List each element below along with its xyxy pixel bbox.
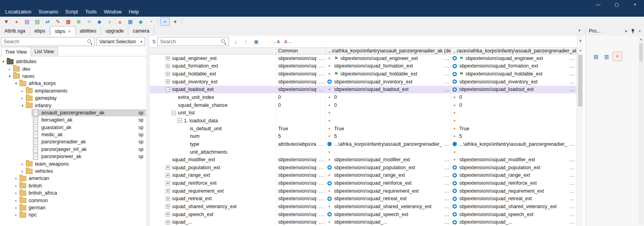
wave-tool-icon[interactable]: ≈ [160, 17, 170, 26]
close-tab-icon[interactable]: × [68, 29, 70, 34]
more-button[interactable]: ... [442, 71, 451, 77]
tree-item-guastatori-ak[interactable]: guastatori_aksp [0, 124, 146, 131]
categorized-view-icon[interactable]: ▤ [591, 52, 601, 61]
grid-search-input[interactable] [158, 39, 221, 44]
more-button[interactable]: ... [442, 204, 451, 209]
more-button[interactable]: ... [317, 157, 325, 162]
more-button[interactable]: ... [317, 204, 325, 209]
pin-icon[interactable] [630, 29, 635, 34]
tree-item-british[interactable]: ▸british [0, 182, 146, 189]
terrain-icon[interactable]: ▲ [115, 17, 125, 26]
tree-item-races[interactable]: ▾races [0, 73, 146, 80]
prev-annotation-icon[interactable]: ←A [271, 38, 281, 46]
panel-menu-icon[interactable]: ▾ [625, 29, 627, 33]
grid-row-1-loadout-data[interactable]: −1. loadout_data [150, 117, 577, 125]
more-button[interactable]: ... [567, 180, 576, 186]
tree-item-assault-panzergrenadier-ak[interactable]: assault_panzergrenadier_aksp [0, 109, 146, 116]
sync-sphere-icon[interactable]: ● [12, 17, 21, 26]
tree-item-emplacements[interactable]: ▸emplacements [0, 87, 146, 95]
expand-chevron-icon[interactable]: ▸ [20, 162, 25, 166]
grid-row-unit-list[interactable]: −unit_list [150, 109, 577, 117]
export-doc-icon[interactable]: ▤ [33, 17, 42, 26]
more-button[interactable]: ... [442, 87, 451, 92]
audio-icon[interactable]: ♪ [105, 17, 114, 26]
world-icon[interactable]: ⊕ [74, 17, 83, 26]
more-button[interactable]: ... [317, 165, 325, 170]
close-button[interactable]: × [626, 0, 644, 9]
more-button[interactable]: ... [442, 188, 451, 194]
minimize-button[interactable]: — [589, 0, 607, 9]
menu-help[interactable]: Help [125, 8, 143, 17]
expand-box-icon[interactable]: + [166, 181, 170, 185]
tree-item-npc[interactable]: ▸npc [0, 211, 146, 218]
expand-box-icon[interactable]: + [166, 212, 170, 216]
tree-item-vehicles[interactable]: ▸vehicles [0, 168, 146, 175]
more-button[interactable]: ... [317, 188, 325, 194]
collapse-chevron-icon[interactable]: ▾ [20, 104, 25, 108]
waves-icon[interactable]: ≈ [84, 17, 94, 26]
tab-ebps[interactable]: ebps [30, 26, 50, 36]
collapse-chevron-icon[interactable]: ▾ [14, 81, 19, 85]
more-button[interactable]: ... [442, 141, 451, 147]
tool-dropdown-icon[interactable]: ▾ [170, 17, 180, 26]
more-button[interactable]: ... [442, 157, 451, 162]
grid-row-squad-female-chance[interactable]: squad_female_chance000 [150, 101, 577, 109]
tab-overflow-icon[interactable]: ▾ [578, 28, 580, 33]
sync-selection-icon[interactable]: ⇅ [151, 39, 157, 44]
expand-chevron-icon[interactable]: ▸ [14, 213, 19, 217]
more-button[interactable]: ... [442, 63, 451, 69]
scroll-up-icon[interactable]: ▲ [577, 49, 584, 52]
expand-box-icon[interactable]: + [166, 56, 170, 60]
more-button[interactable]: ... [317, 63, 325, 69]
column-header-races-afrika-korps-infantry-assault-panzergrenadier-ak-sp[interactable]: ...races\afrika_korps\infantry\assault_p… [451, 48, 576, 54]
expand-copies-icon[interactable]: ▣ [251, 38, 261, 46]
scrollbar-thumb[interactable] [578, 55, 582, 106]
attribute-grid-icon[interactable]: ▦ [64, 17, 73, 26]
grid-row-squad-engineer-ext[interactable]: +squad_engineer_extsbpextensions\squ....… [150, 54, 577, 62]
droplet-icon[interactable]: ◆ [95, 17, 104, 26]
more-button[interactable]: ... [317, 87, 325, 92]
more-button[interactable]: ... [567, 188, 576, 194]
more-button[interactable]: ... [317, 180, 325, 186]
collapse-box-icon[interactable]: − [172, 111, 176, 115]
more-button[interactable]: ... [567, 79, 576, 85]
more-button[interactable]: ... [567, 172, 576, 178]
expand-box-icon[interactable]: + [166, 173, 170, 178]
more-button[interactable]: ... [567, 196, 576, 201]
expand-chevron-icon[interactable]: ▸ [14, 206, 19, 210]
more-button[interactable]: ... [317, 212, 325, 217]
more-button[interactable]: ... [567, 157, 576, 162]
tree-item-german[interactable]: ▸german [0, 204, 146, 211]
more-button[interactable]: ... [317, 219, 325, 225]
more-button[interactable]: ... [317, 79, 325, 85]
maximize-button[interactable]: ▢ [607, 0, 626, 9]
tree-item-infantry[interactable]: ▾infantry [0, 102, 146, 109]
expand-box-icon[interactable]: + [166, 165, 170, 170]
collapse-chevron-icon[interactable]: ▾ [7, 74, 12, 78]
scroll-up-icon[interactable]: ▲ [638, 38, 644, 41]
expand-box-icon[interactable]: + [166, 64, 170, 68]
more-button[interactable]: ... [317, 71, 325, 77]
more-button[interactable]: ... [317, 172, 325, 178]
grid-row-squad-speech-ext[interactable]: +squad_speech_extsbpextensions\squ......… [150, 211, 577, 218]
expand-box-icon[interactable]: + [166, 72, 170, 76]
tree-item-medic-ak[interactable]: medic_aksp [0, 131, 146, 138]
collapse-chevron-icon[interactable]: ▾ [577, 39, 584, 44]
more-button[interactable]: ... [567, 212, 576, 217]
view-tab-list-view[interactable]: List View [31, 47, 58, 56]
grid-row-squad-modifier-ext[interactable]: squad_modifier_extsbpextensions\squ.....… [150, 156, 577, 164]
grid-row-squad-range-ext[interactable]: +squad_range_extsbpextensions\squ......s… [150, 172, 577, 180]
grid-row-is-default-unit[interactable]: is_default_unitTrueTrueTrue [150, 125, 577, 133]
grid-magnifier-icon[interactable]: ▦ [126, 17, 135, 26]
tab-camera[interactable]: camera [128, 26, 154, 36]
more-button[interactable]: ... [567, 219, 576, 225]
more-button[interactable]: ... [442, 165, 451, 170]
grid-row-squad-holdable-ext[interactable]: +squad_holdable_extsbpextensions\squ....… [150, 70, 577, 78]
tree-item-team-weapons[interactable]: ▸team_weapons [0, 160, 146, 167]
expand-chevron-icon[interactable]: ▸ [20, 169, 25, 173]
more-button[interactable]: ... [442, 172, 451, 178]
grid-row-type[interactable]: typeattributes\ebps\ra.........\afrika_k… [150, 140, 577, 148]
grid-row-squad-reinforce-ext[interactable]: +squad_reinforce_extsbpextensions\squ...… [150, 179, 577, 187]
edit-pencil-icon[interactable]: ✎ [53, 17, 63, 26]
clock-icon[interactable]: ◔ [146, 17, 156, 26]
